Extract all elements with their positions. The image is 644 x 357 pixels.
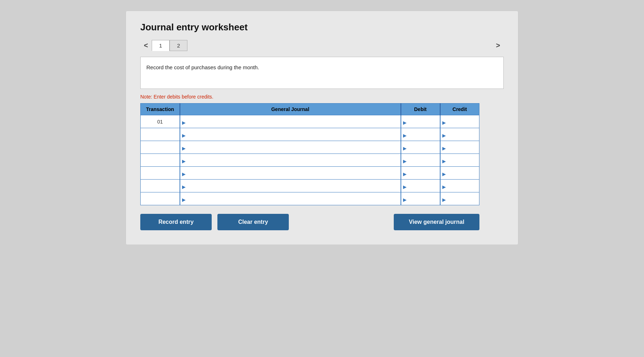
next-arrow[interactable]: >: [492, 40, 504, 51]
cell-arrow-debit-5: ▶: [403, 184, 407, 189]
cell-arrow-credit-6: ▶: [442, 197, 446, 202]
journal-cell-2[interactable]: ▶: [180, 141, 401, 154]
transaction-cell-6: [141, 192, 180, 205]
instruction-box: Record the cost of purchases during the …: [140, 57, 504, 89]
cell-arrow-debit-1: ▶: [403, 132, 407, 138]
journal-input-4[interactable]: [180, 167, 401, 179]
credit-cell-6[interactable]: ▶: [440, 192, 479, 205]
journal-input-0[interactable]: [180, 115, 401, 128]
debit-cell-6[interactable]: ▶: [401, 192, 440, 205]
cell-arrow-credit-3: ▶: [442, 158, 446, 164]
cell-arrow-credit-5: ▶: [442, 184, 446, 189]
tab-navigation: < 1 2 >: [140, 40, 504, 51]
cell-arrow-journal-6: ▶: [182, 197, 186, 202]
debit-input-0[interactable]: [401, 115, 440, 128]
view-general-journal-button[interactable]: View general journal: [394, 214, 479, 230]
clear-entry-button[interactable]: Clear entry: [217, 214, 289, 230]
debit-cell-1[interactable]: ▶: [401, 128, 440, 141]
table-row: ▶▶▶: [141, 180, 479, 192]
journal-input-2[interactable]: [180, 141, 401, 154]
cell-arrow-credit-4: ▶: [442, 171, 446, 176]
credit-cell-3[interactable]: ▶: [440, 154, 479, 167]
debit-cell-2[interactable]: ▶: [401, 141, 440, 154]
cell-arrow-journal-1: ▶: [182, 132, 186, 138]
tab-1[interactable]: 1: [152, 40, 170, 51]
credit-input-6[interactable]: [441, 192, 479, 205]
journal-input-6[interactable]: [180, 192, 401, 205]
prev-arrow[interactable]: <: [140, 40, 152, 51]
credit-cell-1[interactable]: ▶: [440, 128, 479, 141]
table-row: 01▶▶▶: [141, 115, 479, 128]
col-header-general-journal: General Journal: [180, 104, 401, 115]
debit-input-6[interactable]: [401, 192, 440, 205]
transaction-cell-1: [141, 128, 180, 141]
debit-input-4[interactable]: [401, 167, 440, 179]
table-row: ▶▶▶: [141, 192, 479, 205]
note-text: Note: Enter debits before credits.: [140, 94, 504, 100]
cell-arrow-credit-0: ▶: [442, 120, 446, 125]
buttons-row: Record entry Clear entry View general jo…: [140, 214, 479, 230]
cell-arrow-credit-1: ▶: [442, 132, 446, 138]
journal-input-5[interactable]: [180, 180, 401, 192]
cell-arrow-credit-2: ▶: [442, 145, 446, 151]
credit-cell-4[interactable]: ▶: [440, 167, 479, 180]
credit-cell-0[interactable]: ▶: [440, 115, 479, 128]
cell-arrow-journal-5: ▶: [182, 184, 186, 189]
journal-input-3[interactable]: [180, 154, 401, 166]
cell-arrow-journal-3: ▶: [182, 158, 186, 164]
tab-2[interactable]: 2: [170, 40, 187, 51]
transaction-cell-4: [141, 167, 180, 180]
journal-table: Transaction General Journal Debit Credit…: [140, 103, 479, 205]
transaction-cell-0: 01: [141, 115, 180, 128]
journal-cell-1[interactable]: ▶: [180, 128, 401, 141]
table-row: ▶▶▶: [141, 141, 479, 154]
table-row: ▶▶▶: [141, 154, 479, 167]
debit-input-1[interactable]: [401, 128, 440, 141]
credit-cell-5[interactable]: ▶: [440, 180, 479, 192]
table-row: ▶▶▶: [141, 128, 479, 141]
cell-arrow-debit-6: ▶: [403, 197, 407, 202]
transaction-cell-3: [141, 154, 180, 167]
journal-cell-6[interactable]: ▶: [180, 192, 401, 205]
credit-input-1[interactable]: [441, 128, 479, 141]
credit-input-5[interactable]: [441, 180, 479, 192]
main-container: Journal entry worksheet < 1 2 > Record t…: [126, 11, 518, 245]
page-title: Journal entry worksheet: [140, 22, 504, 33]
debit-input-5[interactable]: [401, 180, 440, 192]
cell-arrow-debit-3: ▶: [403, 158, 407, 164]
instruction-text: Record the cost of purchases during the …: [146, 64, 259, 70]
cell-arrow-debit-4: ▶: [403, 171, 407, 176]
table-row: ▶▶▶: [141, 167, 479, 180]
transaction-cell-5: [141, 180, 180, 192]
debit-cell-0[interactable]: ▶: [401, 115, 440, 128]
credit-input-0[interactable]: [441, 115, 479, 128]
debit-input-3[interactable]: [401, 154, 440, 166]
journal-cell-4[interactable]: ▶: [180, 167, 401, 180]
cell-arrow-debit-0: ▶: [403, 120, 407, 125]
cell-arrow-journal-2: ▶: [182, 145, 186, 151]
credit-input-4[interactable]: [441, 167, 479, 179]
journal-input-1[interactable]: [180, 128, 401, 141]
journal-cell-3[interactable]: ▶: [180, 154, 401, 167]
debit-cell-4[interactable]: ▶: [401, 167, 440, 180]
debit-cell-5[interactable]: ▶: [401, 180, 440, 192]
col-header-transaction: Transaction: [141, 104, 180, 115]
cell-arrow-journal-4: ▶: [182, 171, 186, 176]
col-header-debit: Debit: [401, 104, 440, 115]
record-entry-button[interactable]: Record entry: [140, 214, 212, 230]
journal-cell-0[interactable]: ▶: [180, 115, 401, 128]
credit-input-2[interactable]: [441, 141, 479, 154]
cell-arrow-debit-2: ▶: [403, 145, 407, 151]
debit-input-2[interactable]: [401, 141, 440, 154]
transaction-cell-2: [141, 141, 180, 154]
col-header-credit: Credit: [440, 104, 479, 115]
debit-cell-3[interactable]: ▶: [401, 154, 440, 167]
journal-cell-5[interactable]: ▶: [180, 180, 401, 192]
credit-input-3[interactable]: [441, 154, 479, 166]
credit-cell-2[interactable]: ▶: [440, 141, 479, 154]
cell-arrow-journal-0: ▶: [182, 120, 186, 125]
